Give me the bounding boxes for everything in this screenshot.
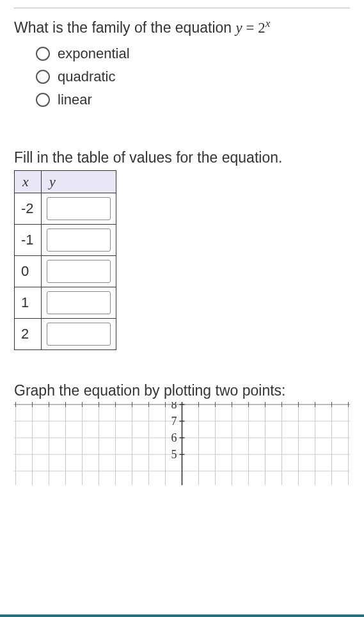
y-input-2[interactable] xyxy=(47,260,111,283)
table-row: -2 xyxy=(15,193,116,224)
x-cell: 2 xyxy=(15,318,42,349)
value-table: x y -2 -1 0 1 2 xyxy=(14,170,116,350)
table-row: -1 xyxy=(15,224,116,255)
equation-base: 2 xyxy=(258,20,265,36)
table-prompt: Fill in the table of values for the equa… xyxy=(14,149,350,166)
radio-icon xyxy=(36,70,50,84)
table-row: 2 xyxy=(15,318,116,349)
y-input-4[interactable] xyxy=(47,323,111,346)
option-linear[interactable]: linear xyxy=(36,92,350,108)
bottom-bar xyxy=(0,614,364,617)
y-input-3[interactable] xyxy=(47,291,111,314)
table-row: 0 xyxy=(15,255,116,287)
grid-chart: 8765 xyxy=(14,402,350,485)
x-cell: -2 xyxy=(15,193,42,224)
x-cell: -1 xyxy=(15,224,42,255)
option-label: linear xyxy=(58,92,92,108)
y-input-0[interactable] xyxy=(47,197,111,220)
option-exponential[interactable]: exponential xyxy=(36,45,350,62)
option-label: exponential xyxy=(58,45,130,62)
table-row: 1 xyxy=(15,287,116,318)
x-cell: 0 xyxy=(15,255,42,287)
option-label: quadratic xyxy=(58,68,116,85)
equation-lhs: y xyxy=(235,20,242,36)
radio-icon xyxy=(36,93,50,107)
y-header: y xyxy=(42,170,116,193)
equation-exp: x xyxy=(265,17,271,29)
options-group: exponential quadratic linear xyxy=(36,45,350,108)
svg-text:7: 7 xyxy=(171,415,177,428)
graph-prompt: Graph the equation by plotting two point… xyxy=(14,382,350,399)
x-header: x xyxy=(15,170,42,193)
y-input-1[interactable] xyxy=(47,228,111,252)
x-cell: 1 xyxy=(15,287,42,318)
equation-eq: = xyxy=(242,20,258,36)
question-prompt: What is the family of the equation y = 2… xyxy=(14,17,350,36)
radio-icon xyxy=(36,47,50,61)
svg-text:5: 5 xyxy=(171,448,177,461)
question-prefix: What is the family of the equation xyxy=(14,19,235,36)
option-quadratic[interactable]: quadratic xyxy=(36,68,350,85)
graph-area[interactable]: 8765 xyxy=(14,402,350,485)
svg-text:6: 6 xyxy=(171,431,177,444)
svg-text:8: 8 xyxy=(171,402,177,411)
